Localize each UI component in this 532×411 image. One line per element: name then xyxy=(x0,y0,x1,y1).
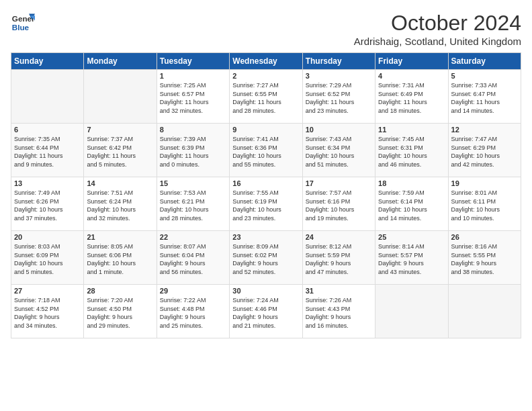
calendar-day: 10Sunrise: 7:43 AM Sunset: 6:34 PM Dayli… xyxy=(302,124,375,177)
day-number: 14 xyxy=(87,179,153,187)
day-number: 19 xyxy=(451,179,518,187)
calendar-day: 20Sunrise: 8:03 AM Sunset: 6:09 PM Dayli… xyxy=(11,231,84,285)
calendar-day: 13Sunrise: 7:49 AM Sunset: 6:26 PM Dayli… xyxy=(11,177,84,231)
day-info: Sunrise: 7:25 AM Sunset: 6:57 PM Dayligh… xyxy=(160,81,226,115)
day-info: Sunrise: 7:35 AM Sunset: 6:44 PM Dayligh… xyxy=(14,135,81,169)
day-number: 25 xyxy=(378,233,445,241)
day-info: Sunrise: 7:59 AM Sunset: 6:14 PM Dayligh… xyxy=(378,189,445,222)
col-header-friday: Friday xyxy=(375,53,448,70)
day-number: 30 xyxy=(232,287,299,295)
day-info: Sunrise: 7:57 AM Sunset: 6:16 PM Dayligh… xyxy=(306,189,372,222)
title-block: October 2024 Ardrishaig, Scotland, Unite… xyxy=(354,11,521,47)
calendar-day: 23Sunrise: 8:09 AM Sunset: 6:02 PM Dayli… xyxy=(230,231,302,285)
day-number: 2 xyxy=(232,72,299,80)
calendar-week-5: 27Sunrise: 7:18 AM Sunset: 4:52 PM Dayli… xyxy=(11,285,521,338)
calendar-header-row: SundayMondayTuesdayWednesdayThursdayFrid… xyxy=(11,53,521,70)
day-info: Sunrise: 7:43 AM Sunset: 6:34 PM Dayligh… xyxy=(306,135,372,169)
calendar-day: 4Sunrise: 7:31 AM Sunset: 6:49 PM Daylig… xyxy=(375,70,448,124)
calendar-day: 5Sunrise: 7:33 AM Sunset: 6:47 PM Daylig… xyxy=(448,70,521,124)
day-number: 16 xyxy=(232,179,299,187)
calendar-day: 30Sunrise: 7:24 AM Sunset: 4:46 PM Dayli… xyxy=(230,285,302,338)
day-info: Sunrise: 7:51 AM Sunset: 6:24 PM Dayligh… xyxy=(87,189,153,222)
day-number: 1 xyxy=(160,72,226,80)
calendar-week-4: 20Sunrise: 8:03 AM Sunset: 6:09 PM Dayli… xyxy=(11,231,521,285)
day-info: Sunrise: 7:18 AM Sunset: 4:52 PM Dayligh… xyxy=(14,296,81,330)
day-number: 31 xyxy=(306,287,372,295)
day-number: 10 xyxy=(306,126,372,134)
col-header-tuesday: Tuesday xyxy=(157,53,229,70)
calendar-day: 24Sunrise: 8:12 AM Sunset: 5:59 PM Dayli… xyxy=(302,231,375,285)
calendar-day: 22Sunrise: 8:07 AM Sunset: 6:04 PM Dayli… xyxy=(157,231,229,285)
calendar-day xyxy=(448,285,521,338)
calendar-day: 29Sunrise: 7:22 AM Sunset: 4:48 PM Dayli… xyxy=(157,285,229,338)
calendar-table: SundayMondayTuesdayWednesdayThursdayFrid… xyxy=(11,52,521,338)
day-info: Sunrise: 7:31 AM Sunset: 6:49 PM Dayligh… xyxy=(378,81,445,115)
calendar-day: 6Sunrise: 7:35 AM Sunset: 6:44 PM Daylig… xyxy=(11,124,84,177)
day-info: Sunrise: 7:55 AM Sunset: 6:19 PM Dayligh… xyxy=(232,189,299,222)
day-info: Sunrise: 7:49 AM Sunset: 6:26 PM Dayligh… xyxy=(14,189,81,222)
location: Ardrishaig, Scotland, United Kingdom xyxy=(354,36,521,47)
page-header: General Blue October 2024 Ardrishaig, Sc… xyxy=(11,11,521,47)
day-number: 12 xyxy=(451,126,518,134)
calendar-day xyxy=(84,70,157,124)
day-number: 18 xyxy=(378,179,445,187)
col-header-sunday: Sunday xyxy=(11,53,84,70)
day-info: Sunrise: 8:16 AM Sunset: 5:55 PM Dayligh… xyxy=(451,242,518,276)
day-info: Sunrise: 8:12 AM Sunset: 5:59 PM Dayligh… xyxy=(306,242,372,276)
logo-icon: General Blue xyxy=(11,11,35,35)
calendar-day: 19Sunrise: 8:01 AM Sunset: 6:11 PM Dayli… xyxy=(448,177,521,231)
day-number: 5 xyxy=(451,72,518,80)
day-info: Sunrise: 7:41 AM Sunset: 6:36 PM Dayligh… xyxy=(232,135,299,169)
day-info: Sunrise: 7:24 AM Sunset: 4:46 PM Dayligh… xyxy=(232,296,299,330)
day-number: 23 xyxy=(232,233,299,241)
calendar-day: 14Sunrise: 7:51 AM Sunset: 6:24 PM Dayli… xyxy=(84,177,157,231)
calendar-day: 11Sunrise: 7:45 AM Sunset: 6:31 PM Dayli… xyxy=(375,124,448,177)
calendar-day xyxy=(11,70,84,124)
calendar-day: 28Sunrise: 7:20 AM Sunset: 4:50 PM Dayli… xyxy=(84,285,157,338)
day-number: 3 xyxy=(306,72,372,80)
day-info: Sunrise: 7:37 AM Sunset: 6:42 PM Dayligh… xyxy=(87,135,153,169)
calendar-day xyxy=(375,285,448,338)
calendar-day: 8Sunrise: 7:39 AM Sunset: 6:39 PM Daylig… xyxy=(157,124,229,177)
day-number: 7 xyxy=(87,126,153,134)
day-info: Sunrise: 8:14 AM Sunset: 5:57 PM Dayligh… xyxy=(378,242,445,276)
calendar-day: 3Sunrise: 7:29 AM Sunset: 6:52 PM Daylig… xyxy=(302,70,375,124)
day-info: Sunrise: 8:03 AM Sunset: 6:09 PM Dayligh… xyxy=(14,242,81,276)
day-number: 26 xyxy=(451,233,518,241)
day-number: 21 xyxy=(87,233,153,241)
calendar-day: 25Sunrise: 8:14 AM Sunset: 5:57 PM Dayli… xyxy=(375,231,448,285)
day-number: 15 xyxy=(160,179,226,187)
day-info: Sunrise: 7:39 AM Sunset: 6:39 PM Dayligh… xyxy=(160,135,226,169)
day-info: Sunrise: 7:29 AM Sunset: 6:52 PM Dayligh… xyxy=(306,81,372,115)
logo: General Blue xyxy=(11,11,35,35)
calendar-day: 31Sunrise: 7:26 AM Sunset: 4:43 PM Dayli… xyxy=(302,285,375,338)
day-number: 24 xyxy=(306,233,372,241)
calendar-day: 21Sunrise: 8:05 AM Sunset: 6:06 PM Dayli… xyxy=(84,231,157,285)
day-number: 27 xyxy=(14,287,81,295)
day-number: 11 xyxy=(378,126,445,134)
calendar-day: 17Sunrise: 7:57 AM Sunset: 6:16 PM Dayli… xyxy=(302,177,375,231)
day-number: 8 xyxy=(160,126,226,134)
day-info: Sunrise: 8:07 AM Sunset: 6:04 PM Dayligh… xyxy=(160,242,226,276)
calendar-day: 12Sunrise: 7:47 AM Sunset: 6:29 PM Dayli… xyxy=(448,124,521,177)
calendar-week-2: 6Sunrise: 7:35 AM Sunset: 6:44 PM Daylig… xyxy=(11,124,521,177)
calendar-day: 16Sunrise: 7:55 AM Sunset: 6:19 PM Dayli… xyxy=(230,177,302,231)
day-number: 13 xyxy=(14,179,81,187)
day-info: Sunrise: 7:20 AM Sunset: 4:50 PM Dayligh… xyxy=(87,296,153,330)
day-info: Sunrise: 7:33 AM Sunset: 6:47 PM Dayligh… xyxy=(451,81,518,115)
calendar-day: 18Sunrise: 7:59 AM Sunset: 6:14 PM Dayli… xyxy=(375,177,448,231)
col-header-wednesday: Wednesday xyxy=(230,53,302,70)
day-info: Sunrise: 8:05 AM Sunset: 6:06 PM Dayligh… xyxy=(87,242,153,276)
day-number: 9 xyxy=(232,126,299,134)
day-number: 17 xyxy=(306,179,372,187)
day-number: 4 xyxy=(378,72,445,80)
col-header-thursday: Thursday xyxy=(302,53,375,70)
day-number: 28 xyxy=(87,287,153,295)
day-info: Sunrise: 8:01 AM Sunset: 6:11 PM Dayligh… xyxy=(451,189,518,222)
day-info: Sunrise: 7:27 AM Sunset: 6:55 PM Dayligh… xyxy=(232,81,299,115)
col-header-monday: Monday xyxy=(84,53,157,70)
day-info: Sunrise: 7:47 AM Sunset: 6:29 PM Dayligh… xyxy=(451,135,518,169)
day-number: 20 xyxy=(14,233,81,241)
svg-text:Blue: Blue xyxy=(12,23,30,32)
day-number: 29 xyxy=(160,287,226,295)
